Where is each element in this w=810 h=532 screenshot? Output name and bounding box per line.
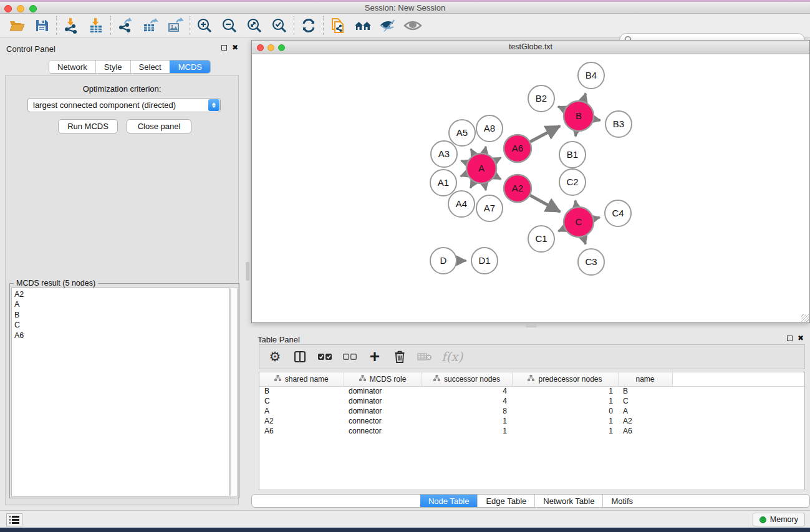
import-table-icon[interactable] <box>85 16 107 36</box>
table-float-panel-icon[interactable] <box>787 336 793 341</box>
graph-edge <box>485 184 486 191</box>
table-row[interactable]: A6connector11A6 <box>259 426 804 436</box>
tab-style[interactable]: Style <box>95 60 130 73</box>
table-panel: Table Panel ✖ ⚙ + f(x) shared nameMCDS r… <box>251 328 810 510</box>
table-row[interactable]: Bdominator41B <box>259 386 804 396</box>
tab-network[interactable]: Network <box>49 60 95 73</box>
table-options-icon[interactable]: ⚙ <box>267 349 283 365</box>
graph-edge <box>583 94 586 101</box>
export-image-icon[interactable] <box>165 16 186 36</box>
network-overview-icon[interactable] <box>352 16 374 36</box>
graph-node-A2: A2 <box>504 175 531 202</box>
memory-button[interactable]: Memory <box>753 513 805 526</box>
graph-node-D1: D1 <box>471 248 498 274</box>
column-header-successor-nodes[interactable]: successor nodes <box>422 372 512 386</box>
graph-edge <box>558 107 564 110</box>
column-header-MCDS-role[interactable]: MCDS role <box>344 372 422 386</box>
close-panel-icon[interactable]: ✖ <box>232 44 238 51</box>
graph-node-A1: A1 <box>430 170 456 196</box>
graph-edge <box>495 176 501 179</box>
svg-text:B2: B2 <box>536 93 547 104</box>
graph-edge <box>470 182 473 188</box>
zoom-selected-icon[interactable] <box>269 16 290 36</box>
result-list-item[interactable]: A <box>14 299 226 309</box>
float-panel-icon[interactable] <box>221 45 227 51</box>
tab-network-table[interactable]: Network Table <box>534 495 602 507</box>
show-column-icon[interactable] <box>292 349 308 365</box>
select-all-icon[interactable] <box>317 349 333 365</box>
table-panel-title: Table Panel <box>258 335 300 344</box>
toggle-birds-eye-icon[interactable] <box>402 16 423 36</box>
svg-text:B4: B4 <box>586 70 597 80</box>
close-panel-button[interactable]: Close panel <box>127 119 191 133</box>
column-type-icon <box>433 375 440 384</box>
deselect-all-icon[interactable] <box>342 349 358 365</box>
tab-edge-table[interactable]: Edge Table <box>477 495 534 507</box>
delete-column-icon[interactable] <box>392 349 408 365</box>
column-type-icon <box>274 375 281 384</box>
tab-mcds[interactable]: MCDS <box>170 60 210 73</box>
graph-edge <box>461 174 467 177</box>
run-mcds-button[interactable]: Run MCDS <box>58 119 118 133</box>
result-list-item[interactable]: A2 <box>14 289 226 299</box>
task-history-button[interactable] <box>6 513 22 526</box>
open-session-icon[interactable] <box>6 16 27 36</box>
export-table-icon[interactable] <box>140 16 161 36</box>
status-bar: Memory <box>0 510 810 528</box>
vertical-splitter-handle[interactable] <box>246 262 249 281</box>
svg-text:B3: B3 <box>613 118 624 129</box>
node-table[interactable]: shared nameMCDS rolesuccessor nodesprede… <box>259 372 805 490</box>
zoom-in-icon[interactable] <box>194 16 215 36</box>
memory-status-icon <box>759 516 766 523</box>
graph-node-A3: A3 <box>431 141 457 167</box>
svg-text:A5: A5 <box>456 127 468 138</box>
result-list-item[interactable]: B <box>14 310 226 320</box>
column-header-name[interactable]: name <box>618 372 672 386</box>
graph-edge <box>576 201 577 207</box>
column-header-predecessor-nodes[interactable]: predecessor nodes <box>512 372 618 386</box>
save-session-icon[interactable] <box>31 16 52 36</box>
export-network-icon[interactable] <box>115 16 136 36</box>
horizontal-splitter-handle[interactable] <box>526 324 537 327</box>
mcds-result-list[interactable]: A2ABCA6 <box>11 288 229 496</box>
table-close-panel-icon[interactable]: ✖ <box>798 334 804 342</box>
tab-select[interactable]: Select <box>130 60 170 73</box>
graph-node-A5: A5 <box>449 120 475 146</box>
table-row[interactable]: Adominator80A <box>259 406 804 416</box>
desktop-strip-bottom <box>0 528 810 532</box>
main-toolbar <box>0 14 810 37</box>
import-network-icon[interactable] <box>60 16 82 36</box>
svg-text:C: C <box>576 216 582 227</box>
function-builder-icon[interactable]: f(x) <box>441 349 463 364</box>
graph-node-A4: A4 <box>448 191 475 217</box>
optimization-criterion-label: Optimization criterion: <box>6 84 238 94</box>
zoom-out-icon[interactable] <box>219 16 240 36</box>
svg-text:A1: A1 <box>438 177 449 188</box>
criterion-dropdown[interactable]: largest connected component (directed) <box>27 98 221 112</box>
result-list-item[interactable]: A6 <box>14 331 226 341</box>
new-network-from-selection-icon[interactable] <box>327 16 349 36</box>
show-graphics-details-icon[interactable] <box>377 16 398 36</box>
column-header-shared-name[interactable]: shared name <box>259 372 344 386</box>
add-column-icon[interactable]: + <box>367 349 383 365</box>
tab-node-table[interactable]: Node Table <box>420 495 478 507</box>
graph-edge <box>461 161 467 163</box>
zoom-fit-icon[interactable] <box>244 16 265 36</box>
graph-edge <box>485 147 486 153</box>
table-row[interactable]: A2connector11A2 <box>259 416 804 426</box>
result-list-item[interactable]: C <box>14 320 226 330</box>
table-tabs: Node TableEdge TableNetwork TableMotifs <box>251 494 810 508</box>
network-window-titlebar: testGlobe.txt <box>252 41 809 54</box>
app-titlebar: Session: New Session <box>0 2 810 14</box>
graph-edge <box>594 119 600 120</box>
table-row[interactable]: Cdominator41C <box>259 396 804 406</box>
control-panel: Control Panel ✖ NetworkStyleSelectMCDS O… <box>0 37 243 506</box>
graph-node-C3: C3 <box>578 249 604 275</box>
resize-grip[interactable] <box>801 314 809 322</box>
apply-layout-icon[interactable] <box>298 16 319 36</box>
network-canvas[interactable]: B4B2BB3A8A5A6A3B1AC2A1A2A4A7C4CC1DD1C3 <box>252 54 809 322</box>
delete-table-icon[interactable] <box>417 349 433 365</box>
graph-node-A8: A8 <box>476 115 503 142</box>
result-list-scrollbar[interactable] <box>230 288 238 496</box>
tab-motifs[interactable]: Motifs <box>602 495 641 507</box>
